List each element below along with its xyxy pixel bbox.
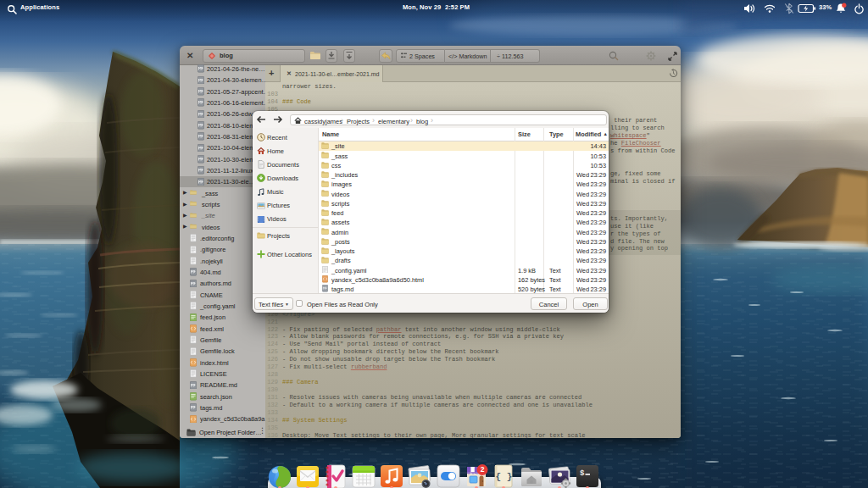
svg-text:2: 2 [481, 465, 485, 474]
svg-text:{ }: { } [496, 472, 513, 482]
svg-text:$: $ [580, 469, 585, 478]
